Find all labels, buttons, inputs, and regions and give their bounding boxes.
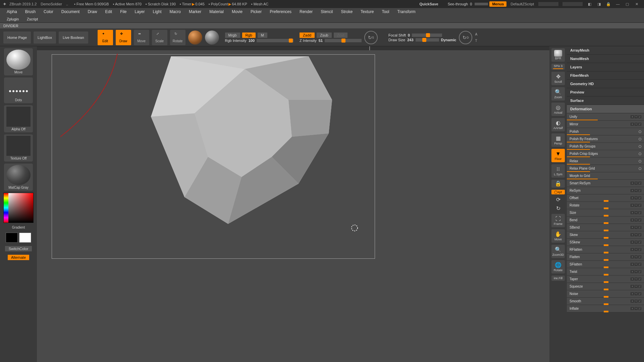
menu-brush[interactable]: Brush <box>21 9 40 14</box>
move-view-button[interactable]: ✋Move <box>551 229 565 243</box>
rotate-view-button[interactable]: 🌐Rotate <box>551 260 565 274</box>
deform-rflatten[interactable]: RFlattenXYZ <box>567 246 644 253</box>
home-page-button[interactable]: Home Page <box>3 32 31 44</box>
xyz-badges[interactable]: XYZ <box>631 307 641 310</box>
d-dial-icon[interactable]: ↻D <box>459 31 472 44</box>
palette-section-surface[interactable]: Surface <box>567 97 644 105</box>
palette-section-arraymesh[interactable]: ArrayMesh <box>567 46 644 55</box>
xyz-badges[interactable]: XYZ <box>631 226 641 229</box>
xyz-badges[interactable]: XYZ <box>631 182 641 185</box>
t-label[interactable]: T <box>475 39 477 43</box>
deform-offset[interactable]: OffsetXYZ <box>567 194 644 202</box>
menu-tool[interactable]: Tool <box>378 9 393 14</box>
deform-polish-by-groups[interactable]: Polish By Groups <box>567 143 644 150</box>
z-intensity-slider[interactable] <box>325 39 362 42</box>
palette-section-fibermesh[interactable]: FiberMesh <box>567 71 644 80</box>
draw-size-slider[interactable] <box>416 38 439 42</box>
menu-draw[interactable]: Draw <box>84 9 101 14</box>
color-picker[interactable] <box>3 193 34 223</box>
scale-mode-button[interactable]: ⤢Scale <box>152 30 167 45</box>
menu-stroke[interactable]: Stroke <box>337 9 357 14</box>
deform-morph-to-grid[interactable]: Morph to Grid <box>567 172 644 180</box>
xyz-badges[interactable]: XYZ <box>631 189 641 192</box>
dock-right-icon[interactable]: ◨ <box>596 1 602 7</box>
menu-macro[interactable]: Macro <box>166 9 185 14</box>
deform-twist[interactable]: TwistXYZ <box>567 268 644 276</box>
a-label[interactable]: A <box>475 33 477 36</box>
menu-transform[interactable]: Transform <box>393 9 419 14</box>
live-boolean-button[interactable]: Live Boolean <box>59 32 88 44</box>
xyz-badges[interactable]: XYZ <box>631 263 641 266</box>
mrgb-button[interactable]: Mrgb <box>225 33 240 38</box>
menu-render[interactable]: Render <box>296 9 317 14</box>
zcut-button[interactable]: Zcut <box>334 33 347 38</box>
deform-taper[interactable]: TaperXYZ <box>567 276 644 283</box>
menu-color[interactable]: Color <box>40 9 57 14</box>
xyz-badges[interactable]: XYZ <box>631 241 641 244</box>
xyz-badges[interactable]: XYZ <box>631 285 641 288</box>
palette-section-geometry-hd[interactable]: Geometry HD <box>567 80 644 88</box>
palette-section-layers[interactable]: Layers <box>567 63 644 71</box>
minimize-icon[interactable]: — <box>615 1 621 7</box>
menu-document[interactable]: Document <box>57 9 84 14</box>
lock-icon[interactable]: 🔒 <box>606 1 611 7</box>
deform-unify[interactable]: UnifyXYZ <box>567 113 644 121</box>
deform-resym[interactable]: ReSymXYZ <box>567 187 644 194</box>
zoom-button[interactable]: 🔍Zoom <box>551 87 565 101</box>
deformation-header[interactable]: Deformation <box>567 105 644 113</box>
deform-polish-by-features[interactable]: Polish By Features <box>567 135 644 143</box>
mesh-object[interactable] <box>131 56 335 231</box>
xyz-badges[interactable]: XYZ <box>631 123 641 126</box>
menu-layer[interactable]: Layer <box>131 9 149 14</box>
dock-left-icon[interactable]: ◧ <box>587 1 592 7</box>
swatch-primary[interactable] <box>19 233 31 243</box>
dynamic-toggle[interactable]: Dynamic <box>441 38 457 42</box>
deform-sbend[interactable]: SBendXYZ <box>567 224 644 231</box>
xyz-badges[interactable]: XYZ <box>631 278 641 281</box>
rgb-button[interactable]: Rgb <box>242 33 256 38</box>
bpr-button[interactable]: BPR <box>551 48 565 62</box>
spix-button[interactable]: SPix 3 <box>551 64 565 70</box>
inefill-button[interactable]: ine.Fill <box>551 276 565 281</box>
deform-mirror[interactable]: MirrorXYZ <box>567 121 644 128</box>
maximize-icon[interactable]: ▢ <box>625 1 630 7</box>
viewport-canvas[interactable] <box>37 46 549 362</box>
circle-toggle-icon[interactable] <box>639 167 641 170</box>
menu-preferences[interactable]: Preferences <box>266 9 296 14</box>
alternate-button[interactable]: Alternate <box>8 255 29 260</box>
menu-light[interactable]: Light <box>149 9 166 14</box>
rgb-intensity-slider[interactable] <box>257 39 293 42</box>
deform-polish[interactable]: Polish <box>567 128 644 135</box>
move-mode-button[interactable]: ⬌Move <box>134 30 149 45</box>
brush-preview-sphere[interactable] <box>205 31 219 45</box>
default-zscript[interactable]: DefaultZScript <box>511 2 534 6</box>
xyz-chip[interactable]: ◯xyz <box>551 190 565 194</box>
edit-mode-button[interactable]: ✦Edit <box>98 30 113 45</box>
menu-stencil[interactable]: Stencil <box>317 9 337 14</box>
deform-polish-crisp-edges[interactable]: Polish Crisp Edges <box>567 150 644 158</box>
zoom3d-button[interactable]: 🔍Zoom3D <box>551 245 565 258</box>
zadd-button[interactable]: Zadd <box>300 33 315 38</box>
menu-file[interactable]: File <box>116 9 130 14</box>
menu-zplugin[interactable]: Zplugin <box>3 17 23 21</box>
s-dial-icon[interactable]: ↻S <box>364 31 378 44</box>
aahalf-button[interactable]: ◐AAHalf <box>551 118 565 131</box>
slider-knob[interactable] <box>604 311 608 312</box>
saturation-box[interactable] <box>8 193 33 223</box>
deform-skew[interactable]: SkewXYZ <box>567 231 644 239</box>
palette-section-nanomesh[interactable]: NanoMesh <box>567 55 644 63</box>
zsub-button[interactable]: Zsub <box>317 33 331 38</box>
seethrough-slider[interactable]: See-through 0 <box>448 2 472 6</box>
alpha-panel[interactable]: Alpha Off <box>4 105 33 132</box>
deform-relax[interactable]: Relax <box>567 158 644 165</box>
menu-marker[interactable]: Marker <box>185 9 205 14</box>
rotate-mode-button[interactable]: ↻Rotate <box>170 30 185 45</box>
deform-flatten[interactable]: FlattenXYZ <box>567 253 644 261</box>
xyz-badges[interactable]: XYZ <box>631 270 641 273</box>
frame-button[interactable]: ⛶Frame <box>551 214 565 227</box>
deform-sflatten[interactable]: SFlattenXYZ <box>567 261 644 268</box>
deform-noise[interactable]: NoiseXYZ <box>567 290 644 298</box>
circle-toggle-icon[interactable] <box>639 153 641 155</box>
menu-picker[interactable]: Picker <box>247 9 266 14</box>
lock-transform-button[interactable]: 🔒 <box>551 180 565 188</box>
